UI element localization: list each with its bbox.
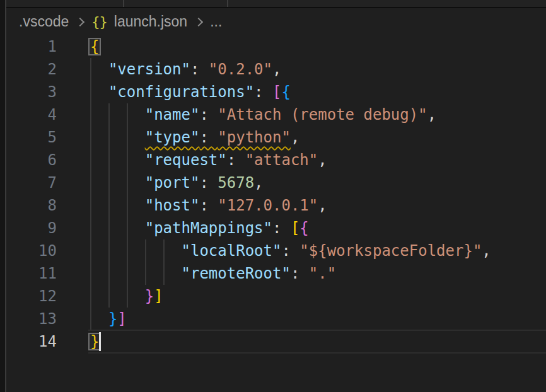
token: : [281,242,299,260]
code-line[interactable]: }] [90,308,127,330]
token: [ [272,83,281,101]
token [90,129,145,146]
token: : [199,174,218,192]
gutter-line-number[interactable]: 3 [6,81,57,103]
code-line[interactable]: "remoteRoot": "." [90,262,336,285]
gutter-line-number[interactable]: 14 [6,330,57,353]
token: , [482,242,491,260]
editor-row: 11 "remoteRoot": "." [6,262,546,285]
gutter-line-number[interactable]: 2 [6,58,57,81]
warning-squiggle: "type": "python" [145,129,291,146]
editor-row: 7 "port": 5678, [6,171,546,194]
editor-row: 2 "version": "0.2.0", [6,58,546,81]
gutter-line-number[interactable]: 11 [6,262,57,285]
editor[interactable]: 1{2 "version": "0.2.0",3 "configurations… [6,35,546,392]
token: , [318,197,327,214]
gutter-line-number[interactable]: 12 [6,285,57,308]
editor-row: 12 }] [6,285,546,308]
token: "host" [145,197,200,214]
code-line[interactable]: }] [90,285,163,308]
code-line[interactable]: "host": "127.0.0.1", [90,194,327,217]
gutter-line-number[interactable]: 5 [6,126,57,149]
token: "." [309,265,336,282]
token: "request" [145,151,227,169]
code-line[interactable]: "type": "python", [90,126,299,149]
chevron-right-icon [76,17,84,26]
token: , [318,151,327,169]
code-line[interactable]: "name": "Attach (remote debug)", [90,103,436,126]
editor-row: 9 "pathMappings": [{ [6,217,546,239]
token: : [199,197,218,214]
editor-row: 4 "name": "Attach (remote debug)", [6,103,546,126]
token: : [199,106,218,124]
token [90,106,145,124]
token: "name" [145,106,200,124]
token: : [190,61,209,78]
editor-row: 8 "host": "127.0.0.1", [6,194,546,217]
token: "type" [145,129,200,146]
token [90,174,145,192]
breadcrumb-ellipsis[interactable]: ... [210,13,222,30]
tab-divider [123,0,124,7]
token: 5678 [218,174,254,192]
token: { [299,219,308,237]
token [90,310,108,328]
editor-row: 5 "type": "python", [6,126,546,149]
gutter-line-number[interactable]: 1 [6,35,57,58]
gutter-line-number[interactable]: 10 [6,239,57,262]
token: : [254,83,272,101]
breadcrumb-folder[interactable]: .vscode [19,13,69,30]
editor-row: 6 "request": "attach", [6,149,546,171]
token: "configurations" [108,83,254,101]
chevron-right-icon [194,17,203,26]
token: : [227,151,245,169]
text-cursor [99,332,101,351]
code-line[interactable]: "configurations": [{ [90,81,291,103]
token: "port" [145,174,200,192]
code-line[interactable]: { [90,35,99,58]
token: "version" [108,61,190,78]
token: , [291,129,299,146]
code-line[interactable]: "version": "0.2.0", [90,58,281,81]
tab-divider [227,0,228,7]
token: ] [117,310,126,328]
gutter-line-number[interactable]: 4 [6,103,57,126]
gutter-line-number[interactable]: 13 [6,308,57,330]
token: "attach" [245,151,318,169]
token: } [108,310,117,328]
token: , [254,174,263,192]
token: "localRoot" [182,242,282,260]
token: : [291,265,309,282]
token: : [272,219,291,237]
token [90,219,145,237]
gutter-line-number[interactable]: 7 [6,171,57,194]
token [90,197,145,214]
token: "127.0.0.1" [218,197,318,214]
token: { [281,83,290,101]
code-line[interactable]: "request": "attach", [90,149,327,171]
token: : [199,129,218,146]
token [90,83,108,101]
code-line[interactable]: "localRoot": "${workspaceFolder}", [90,239,491,262]
code-line[interactable]: "pathMappings": [{ [90,217,309,239]
editor-row: 3 "configurations": [{ [6,81,546,103]
editor-row: 10 "localRoot": "${workspaceFolder}", [6,239,546,262]
gutter-line-number[interactable]: 8 [6,194,57,217]
token: [ [291,219,299,237]
gutter-line-number[interactable]: 9 [6,217,57,239]
tab-bar [6,0,546,8]
code-line[interactable]: } [90,330,99,353]
token [90,242,182,260]
token: "Attach (remote debug)" [218,106,427,124]
code-line[interactable]: "port": 5678, [90,171,264,194]
bracket-match-box: } [90,330,99,353]
token [90,287,145,305]
editor-row: 13 }] [6,308,546,330]
editor-row: 1{ [6,35,546,58]
bracket-match-box: { [90,35,99,58]
token: , [427,106,436,124]
breadcrumb-file[interactable]: launch.json [114,13,187,30]
gutter-line-number[interactable]: 6 [6,149,57,171]
token: } [145,287,154,305]
token: "python" [218,129,291,146]
